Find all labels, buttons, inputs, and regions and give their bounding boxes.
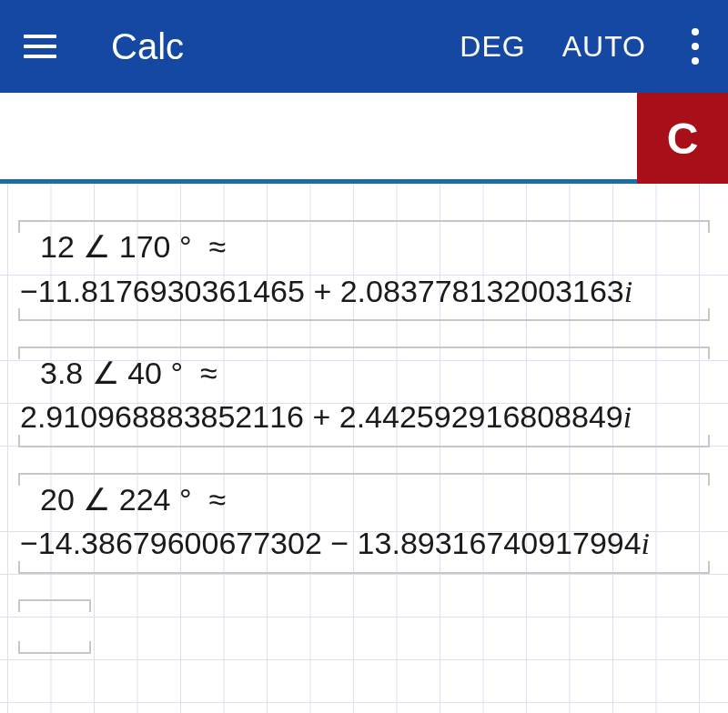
input-row: C (0, 93, 728, 184)
result-expression: 3.8 ∠ 40 ° ≈ (20, 352, 708, 396)
result-value: −14.38679600677302 − 13.89316740917994i (20, 521, 708, 566)
more-options-icon[interactable] (681, 21, 710, 72)
expression-input[interactable] (0, 93, 637, 184)
auto-mode-button[interactable]: AUTO (544, 30, 664, 64)
result-expression: 20 ∠ 224 ° ≈ (20, 478, 708, 522)
result-value: −11.8176930361465 + 2.083778132003163i (20, 269, 708, 314)
app-header: Calc DEG AUTO (0, 0, 728, 93)
result-entry[interactable]: 3.8 ∠ 40 ° ≈ 2.910968883852116 + 2.44259… (9, 346, 719, 444)
clear-button[interactable]: C (637, 93, 728, 184)
results-area[interactable]: 12 ∠ 170 ° ≈ −11.8176930361465 + 2.08377… (0, 184, 728, 713)
angle-mode-button[interactable]: DEG (441, 30, 543, 64)
result-value: 2.910968883852116 + 2.442592916808849i (20, 395, 708, 439)
empty-result-placeholder (18, 599, 91, 654)
app-title: Calc (111, 26, 441, 67)
hamburger-icon[interactable] (18, 27, 62, 65)
result-entry[interactable]: 12 ∠ 170 ° ≈ −11.8176930361465 + 2.08377… (9, 220, 719, 317)
result-entry[interactable]: 20 ∠ 224 ° ≈ −14.38679600677302 − 13.893… (9, 473, 719, 570)
result-expression: 12 ∠ 170 ° ≈ (20, 226, 708, 269)
